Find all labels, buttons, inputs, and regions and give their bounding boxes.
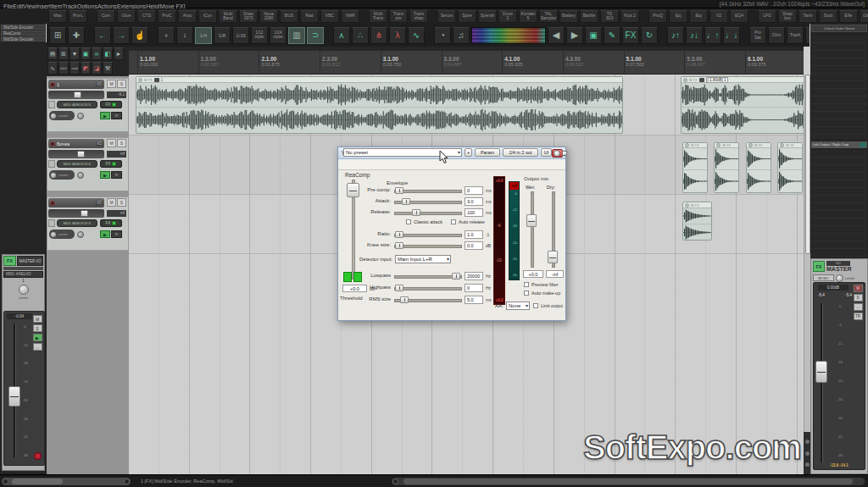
plugin-shortcut-button[interactable]: Nova 3280 [259,10,278,23]
media-explorer-icon[interactable]: ♫ [453,27,470,44]
volume-handle[interactable] [74,91,81,98]
fx-chain-icon[interactable]: FX [622,27,639,44]
recycle-icon[interactable]: ↻ [641,27,658,44]
param-button[interactable]: Param [475,148,500,157]
ui-toggle-button[interactable]: UI [541,148,552,157]
arrange-horizontal-scrollbar[interactable] [392,478,865,485]
classic-attack-checkbox[interactable] [406,219,411,224]
plugin-shortcut-button[interactable]: Multi Trans [369,10,387,23]
fx-button[interactable]: FX [100,219,122,227]
media-item-header[interactable]: M.TX 1 [136,77,622,83]
track-header[interactable]: Бочка I/O [48,139,104,148]
mute-item-icon[interactable] [138,78,142,82]
track-io-button[interactable]: I/O [96,141,103,146]
toolbar-icon[interactable] [426,35,432,36]
metronome-icon[interactable]: ◔ [434,27,451,44]
volume-slider[interactable] [48,91,104,99]
open-project-icon[interactable]: ⊞ [58,47,69,60]
item-ungroup-icon[interactable]: ◪ [92,62,102,75]
bypass-checkbox[interactable]: ✓ [562,151,567,156]
envelope-shape-icon[interactable]: ∴ [352,27,369,44]
mute-item-icon[interactable] [685,203,689,208]
input-button[interactable]: in [111,112,122,119]
plugin-prosat-button[interactable]: Pro Sat [749,27,766,44]
toolbar-icon[interactable] [742,35,748,36]
plugin-shortcut-button[interactable]: iEq [689,10,708,23]
plugin-shortcut-button[interactable]: Stutt [819,10,837,23]
envelope-icon[interactable]: ∿ [47,62,58,75]
master-fx-button[interactable]: FX [813,261,825,272]
scrollbar-thumb[interactable] [12,479,63,484]
item-fx-icon[interactable] [154,78,159,82]
track-io-button[interactable]: I/O [96,82,103,86]
plugin-shortcut-button[interactable]: Shap box [778,10,797,23]
fx-button[interactable]: FX [100,160,122,168]
width-knob[interactable] [77,231,84,238]
param-slider[interactable] [394,231,462,238]
plugin-shortcut-button[interactable]: Serum [437,10,456,23]
monitor-play-button[interactable]: ▶ [100,171,110,179]
dry-fader[interactable] [547,191,559,268]
semitone-up-icon[interactable]: ♩↑ [704,27,721,44]
output-device-button[interactable]: Oxford Under Native [811,25,867,32]
plugin-shortcut-button[interactable] [641,16,647,17]
plugin-shortcut-button[interactable]: Kontakt 5 [519,10,537,23]
grid-4-button[interactable]: 4 [158,27,175,44]
save-project-icon[interactable]: ▼ [70,47,80,60]
mute-button[interactable]: M [107,198,116,207]
param-value[interactable]: 5.0 [465,296,483,304]
grid-sixteenth-button[interactable]: 1/16 [232,27,249,44]
plugin-shortcut-button[interactable]: Draw 1973 [239,10,258,23]
vst-plugin-window[interactable]: VST: ReaComp (Cockos) - Track 1 "1" [2/3… [337,147,566,321]
mute-button[interactable]: M [107,139,116,147]
collapse-arrow-button[interactable]: ︿ [48,219,55,227]
master-fx-button[interactable]: FX [3,256,16,266]
param-slider[interactable] [394,209,462,216]
solo-button[interactable]: S [33,324,42,332]
new-project-icon[interactable]: ▤ [47,47,58,60]
plugin-ohm-button[interactable]: Ohm [768,27,785,44]
scroll-button[interactable] [392,479,398,484]
nudge-tool-icon[interactable]: ☝ [131,27,148,44]
param-value[interactable]: 100 [465,208,483,217]
track-panel[interactable]: I/O M S 3 -inf ︿ MIDI: AXELVOX K FX cent… [47,196,129,251]
plugin-shortcut-button[interactable]: Battery [559,10,578,23]
plugin-shortcut-button[interactable]: VMR [341,10,359,23]
plugin-shortcut-button[interactable]: ProQ [648,10,667,23]
collapse-arrow-button[interactable]: ︿ [48,101,55,108]
mute-button[interactable]: M [854,285,863,292]
param-slider[interactable] [394,198,462,205]
plugin-shortcut-button[interactable]: Dune 2 [498,10,517,23]
fx-button[interactable]: FX [100,101,122,108]
plugin-shortcut-button[interactable]: BUS [280,10,298,23]
media-item-track1-right[interactable]: M.TX [-1.80dB] 1 [681,76,804,134]
slider-handle[interactable] [395,242,403,249]
plugin-shortcut-button[interactable]: Rad [300,10,319,23]
param-value[interactable]: 0.0 [465,241,483,250]
slider-handle[interactable] [412,209,420,216]
plugin-shortcut-button[interactable]: TS 303 [600,10,619,23]
cursor-tool-icon[interactable]: ► [114,47,124,60]
master-io-button[interactable]: MASTER I/O [17,256,43,266]
volume-slider[interactable] [48,209,104,218]
plugin-shortcut-button[interactable]: EQ4 [730,10,748,23]
plugin-shortcut-button[interactable]: TAL Sampler [539,10,558,23]
plugin-w2-button[interactable]: W2 [805,27,810,44]
record-arm-button[interactable] [50,201,55,206]
item-group-icon[interactable]: ◩ [81,62,91,75]
plugin-shortcut-button[interactable]: Spire [458,10,476,23]
node-tool-icon[interactable]: λ [389,27,406,44]
param-slider[interactable] [394,285,462,291]
param-value[interactable]: 0 [465,186,483,195]
collapse-arrow-button[interactable]: ︿ [854,303,863,311]
master-fader-handle[interactable] [815,361,827,383]
media-item-track1[interactable]: M.TX 1 [136,76,623,134]
param-slider[interactable] [394,273,462,279]
plugin-shortcut-button[interactable]: Pro-L [69,10,87,23]
volume-handle[interactable] [77,151,85,158]
snap-magnet-icon[interactable]: ⊃ [307,27,324,44]
plugin-shortcut-button[interactable]: Trans shap [409,10,428,23]
media-item-kick[interactable]: M.TX [714,142,739,193]
add-preset-button[interactable]: + [465,148,472,157]
plugin-shortcut-button[interactable]: Trans pre [389,10,408,23]
